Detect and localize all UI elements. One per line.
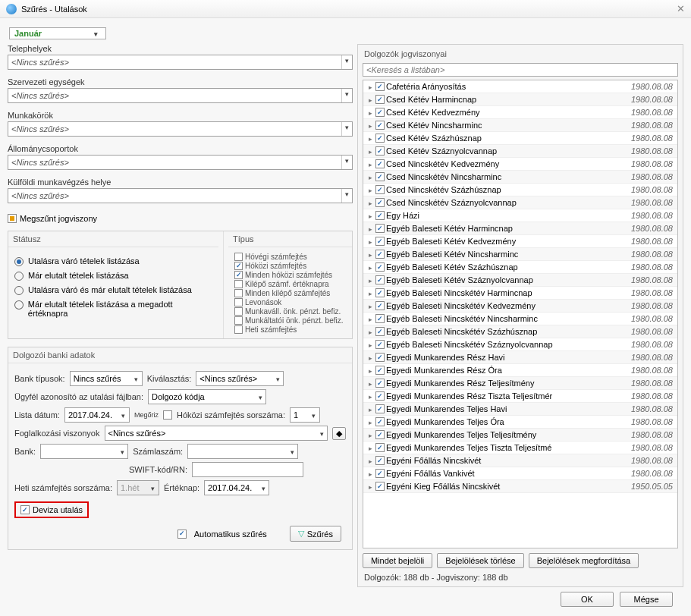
jogviszony-list[interactable]: Cafetéria Arányosítás1980.08.08Csed Kété…	[363, 80, 678, 548]
list-row[interactable]: Csed Kétév Százhúsznap1980.08.08	[363, 132, 677, 145]
row-checkbox[interactable]	[375, 198, 385, 207]
tipus-row[interactable]: Hóközi számfejtés	[234, 262, 346, 270]
radio-icon[interactable]	[14, 286, 24, 295]
row-checkbox[interactable]	[375, 146, 385, 156]
list-row[interactable]: Egyéb Baleseti Nincskétév Száznyolcvanna…	[363, 338, 677, 351]
status-radio-2[interactable]: Utalásra váró és már elutalt tételek lis…	[14, 285, 212, 295]
tipus-checkbox[interactable]	[234, 280, 243, 288]
expand-icon[interactable]	[365, 469, 375, 478]
row-checkbox[interactable]	[375, 340, 385, 349]
list-row[interactable]: Egy Házi1980.08.08	[363, 209, 677, 222]
row-checkbox[interactable]	[375, 456, 385, 465]
expand-icon[interactable]	[365, 353, 375, 362]
expand-icon[interactable]	[365, 275, 375, 284]
expand-icon[interactable]	[365, 379, 375, 388]
row-checkbox[interactable]	[375, 391, 385, 401]
expand-icon[interactable]	[365, 340, 375, 349]
row-checkbox[interactable]	[375, 262, 385, 272]
chevron-down-icon[interactable]	[341, 55, 352, 69]
list-row[interactable]: Csed Nincskétév Nincsharminc1980.08.08	[363, 171, 677, 184]
expand-icon[interactable]	[365, 237, 375, 246]
clear-selection-button[interactable]: Bejelölések törlése	[437, 553, 523, 568]
lista-datum-combo[interactable]	[64, 407, 130, 423]
expand-icon[interactable]	[365, 159, 375, 168]
row-checkbox[interactable]	[375, 482, 385, 491]
expand-icon[interactable]	[365, 134, 375, 143]
expand-icon[interactable]	[365, 314, 375, 323]
expand-icon[interactable]	[365, 250, 375, 259]
chevron-down-icon[interactable]	[341, 122, 352, 136]
szures-button[interactable]: Szűrés	[290, 526, 341, 542]
tipus-checkbox[interactable]	[234, 307, 243, 316]
expand-icon[interactable]	[365, 417, 375, 426]
tipus-checkbox[interactable]	[234, 253, 243, 261]
list-row[interactable]: Egyedi Munkarendes Teljes Teljesítmény19…	[363, 429, 677, 442]
megszunt-checkbox[interactable]	[8, 214, 17, 223]
expand-icon[interactable]	[365, 262, 375, 272]
chevron-down-icon[interactable]	[272, 374, 283, 383]
row-checkbox[interactable]	[375, 353, 385, 362]
deviza-checkbox[interactable]	[20, 505, 30, 514]
expand-icon[interactable]	[365, 404, 375, 413]
row-checkbox[interactable]	[375, 366, 385, 375]
list-row[interactable]: Csed Nincskétév Száznyolcvannap1980.08.0…	[363, 196, 677, 209]
chevron-down-icon[interactable]	[92, 29, 102, 38]
expand-icon[interactable]	[365, 121, 375, 130]
radio-icon[interactable]	[14, 300, 24, 310]
ugyfel-combo[interactable]	[148, 389, 266, 404]
tipus-checkbox[interactable]	[234, 298, 243, 306]
tipus-row[interactable]: Heti számfejtés	[234, 325, 346, 334]
munkakorok-input[interactable]	[8, 122, 341, 136]
row-checkbox[interactable]	[375, 237, 385, 246]
chevron-down-icon[interactable]	[258, 483, 269, 492]
list-row[interactable]: Egyéni Főállás Vankivét1980.08.08	[363, 467, 677, 480]
list-row[interactable]: Egyéb Baleseti Nincskétév Harmincnap1980…	[363, 287, 677, 300]
list-row[interactable]: Egyéni Főállás Nincskivét1980.08.08	[363, 454, 677, 467]
auto-checkbox[interactable]	[177, 530, 187, 539]
tipus-checkbox[interactable]	[234, 316, 243, 325]
chevron-down-icon[interactable]	[341, 189, 352, 203]
tipus-row[interactable]: Minden kilépő számfejtés	[234, 289, 346, 297]
expand-icon[interactable]	[365, 211, 375, 220]
month-select[interactable]: Január	[9, 27, 106, 39]
tipus-row[interactable]: Minden hóközi számfejtés	[234, 271, 346, 279]
chevron-down-icon[interactable]	[255, 392, 265, 401]
chevron-down-icon[interactable]	[117, 447, 127, 456]
row-checkbox[interactable]	[375, 134, 385, 143]
chevron-down-icon[interactable]	[131, 374, 142, 383]
tipus-checkbox[interactable]	[234, 289, 243, 297]
expand-icon[interactable]	[365, 327, 375, 336]
row-checkbox[interactable]	[375, 159, 385, 168]
arrow-button[interactable]: ◆	[332, 427, 346, 440]
expand-icon[interactable]	[365, 430, 375, 439]
swift-input[interactable]	[192, 462, 303, 477]
expand-icon[interactable]	[365, 366, 375, 375]
expand-icon[interactable]	[365, 198, 375, 207]
expand-icon[interactable]	[365, 146, 375, 156]
search-input[interactable]	[363, 63, 678, 77]
row-checkbox[interactable]	[375, 250, 385, 259]
list-row[interactable]: Egyéb Baleseti Kétév Harmincnap1980.08.0…	[363, 222, 677, 235]
list-row[interactable]: Csed Kétév Kedvezmény1980.08.08	[363, 106, 677, 119]
chevron-down-icon[interactable]	[287, 447, 297, 456]
cancel-button[interactable]: Mégse	[620, 592, 673, 607]
expand-icon[interactable]	[365, 482, 375, 491]
tipus-row[interactable]: Hóvégi számfejtés	[234, 253, 346, 261]
row-checkbox[interactable]	[375, 224, 385, 233]
radio-icon[interactable]	[14, 257, 24, 266]
invert-selection-button[interactable]: Bejelölések megfordítása	[529, 553, 639, 568]
list-row[interactable]: Egyéb Baleseti Kétév Nincsharminc1980.08…	[363, 248, 677, 261]
expand-icon[interactable]	[365, 95, 375, 104]
expand-icon[interactable]	[365, 172, 375, 181]
expand-icon[interactable]	[365, 185, 375, 194]
kivalasztas-combo[interactable]	[196, 371, 284, 386]
row-checkbox[interactable]	[375, 108, 385, 117]
chevron-down-icon[interactable]	[118, 410, 129, 420]
list-row[interactable]: Egyéb Baleseti Nincskétév Nincsharminc19…	[363, 313, 677, 325]
expand-icon[interactable]	[365, 108, 375, 117]
list-row[interactable]: Egyedi Munkarendes Teljes Havi1980.08.08	[363, 403, 677, 416]
expand-icon[interactable]	[365, 288, 375, 297]
szervezeti-combo[interactable]	[8, 88, 353, 103]
list-row[interactable]: Egyedi Munkarendes Rész Óra1980.08.08	[363, 364, 677, 377]
chevron-down-icon[interactable]	[341, 156, 352, 169]
